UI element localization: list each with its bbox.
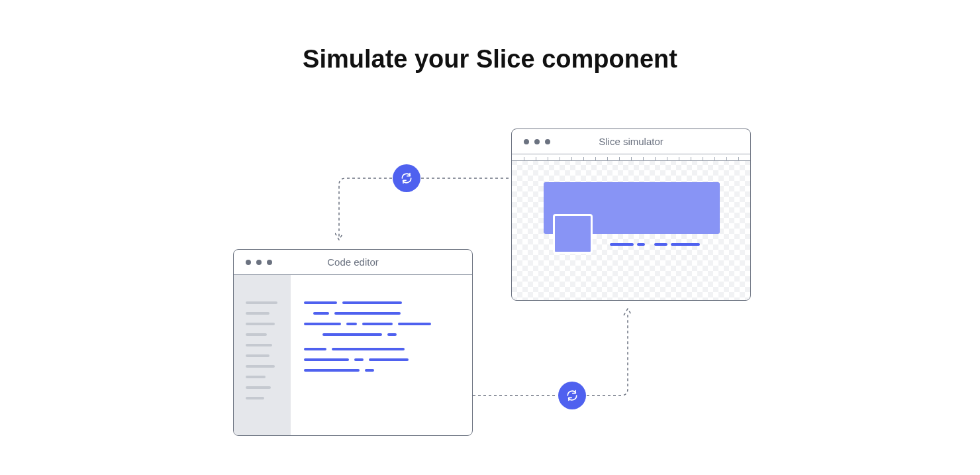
window-dot [246, 260, 251, 265]
simulator-text-lines [610, 243, 700, 246]
window-dot [256, 260, 262, 265]
window-dot [524, 139, 529, 144]
window-dot [534, 139, 540, 144]
ruler [512, 154, 750, 161]
window-header: Code editor [234, 250, 472, 275]
page-title: Simulate your Slice component [0, 45, 980, 74]
code-editor-window: Code editor [233, 249, 473, 436]
refresh-icon [393, 164, 420, 192]
refresh-icon [558, 382, 586, 409]
window-traffic-lights [524, 139, 550, 144]
slice-simulator-window: Slice simulator [511, 129, 751, 301]
window-dot [545, 139, 550, 144]
window-header: Slice simulator [512, 129, 750, 154]
window-dot [267, 260, 272, 265]
code-editor-body [234, 275, 472, 435]
code-editor-content [291, 275, 472, 435]
connector-bottom-left [473, 392, 558, 399]
connector-top-right [421, 175, 511, 182]
connector-top-left [335, 171, 395, 249]
simulator-canvas [512, 154, 750, 300]
window-traffic-lights [246, 260, 272, 265]
connector-bottom-right [587, 301, 640, 399]
window-title: Slice simulator [599, 136, 663, 147]
window-title: Code editor [327, 256, 379, 268]
code-editor-sidebar [234, 275, 291, 435]
simulator-thumbnail-block [553, 214, 593, 254]
